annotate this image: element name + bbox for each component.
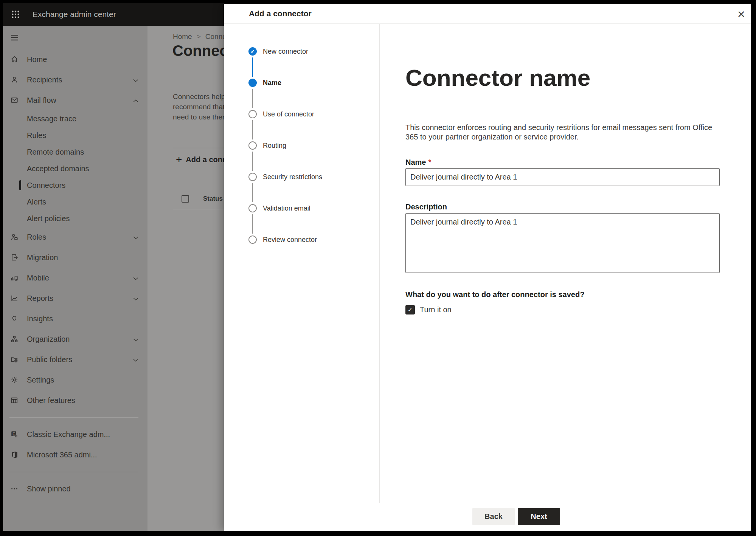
sidebar-item-other-features[interactable]: Other features — [3, 390, 147, 411]
chevron-down-icon — [132, 76, 138, 83]
sidebar-item-mail-flow[interactable]: Mail flow — [3, 90, 147, 110]
step-circle-icon: ✓ — [248, 110, 257, 118]
wizard-step-content: Connector name This connector enforces r… — [379, 24, 751, 503]
sidebar-item-microsoft-365-admi[interactable]: Microsoft 365 admi... — [3, 445, 147, 465]
add-connector-button[interactable]: + Add a conn — [176, 154, 227, 165]
ellipsis-icon — [10, 485, 19, 493]
exchange-admin-center-app: Exchange admin center Home Recipients Ma — [3, 3, 751, 531]
plus-icon: + — [176, 154, 182, 165]
organization-icon — [10, 335, 19, 343]
sidebar-item-divider — [3, 411, 147, 424]
step-circle-icon: ✓ — [248, 235, 257, 244]
next-button[interactable]: Next — [518, 508, 560, 525]
wizard-step-security-restrictions: ✓ Security restrictions — [248, 173, 322, 181]
panel-title: Add a connector — [249, 9, 312, 18]
sidebar-item-public-folders[interactable]: Public folders — [3, 349, 147, 370]
person-icon — [10, 76, 19, 84]
wizard-step-new-connector: ✓ New connector — [248, 47, 308, 56]
chevron-down-icon — [132, 336, 138, 342]
home-icon — [10, 55, 19, 64]
reports-icon — [10, 294, 19, 302]
page-intro-line: Connectors help — [173, 93, 225, 101]
step-heading: Connector name — [405, 65, 590, 90]
settings-icon — [10, 376, 19, 384]
page-intro-line: recommend that — [173, 103, 225, 111]
chevron-up-icon — [132, 97, 138, 104]
name-field-label: Name* — [405, 158, 431, 167]
status-column-header[interactable]: Status — [203, 195, 223, 203]
sidebar-item-alerts[interactable]: Alerts — [3, 194, 147, 210]
step-circle-icon: ✓ — [248, 173, 257, 181]
sidebar-item-show-pinned[interactable]: Show pinned — [3, 479, 147, 499]
connector-name-input[interactable] — [405, 168, 720, 186]
sidebar-item-divider — [3, 465, 147, 479]
breadcrumb: Home > Conne — [173, 33, 227, 41]
migration-icon — [10, 253, 19, 262]
description-field-label: Description — [405, 203, 447, 211]
required-asterisk: * — [428, 158, 431, 166]
wizard-step-use-of-connector: ✓ Use of connector — [248, 110, 314, 118]
chevron-down-icon — [132, 295, 138, 302]
back-button[interactable]: Back — [472, 508, 515, 525]
chevron-down-icon — [132, 234, 138, 240]
svg-text:E: E — [12, 432, 15, 436]
turn-on-row: ✓ Turn it on — [405, 305, 452, 314]
step-circle-icon: ✓ — [248, 79, 257, 87]
sidebar-item-migration[interactable]: Migration — [3, 247, 147, 268]
other-features-icon — [10, 396, 19, 404]
chevron-down-icon — [132, 274, 138, 281]
panel-header: Add a connector ✕ — [224, 4, 751, 24]
hamburger-menu-icon[interactable] — [3, 26, 147, 49]
breadcrumb-home[interactable]: Home — [173, 33, 192, 41]
mail-icon — [10, 96, 19, 104]
sidebar-item-classic-exchange-adm[interactable]: E Classic Exchange adm... — [3, 424, 147, 445]
wizard-step-review-connector: ✓ Review connector — [248, 235, 317, 244]
sidebar-item-home[interactable]: Home — [3, 49, 147, 70]
wizard-step-routing: ✓ Routing — [248, 141, 286, 150]
select-all-checkbox[interactable] — [182, 195, 189, 203]
wizard-step-name: ✓ Name — [248, 79, 281, 87]
chevron-down-icon — [132, 356, 138, 363]
step-circle-icon: ✓ — [248, 204, 257, 212]
roles-icon — [10, 233, 19, 241]
connector-description-textarea[interactable]: Deliver journal directly to Area 1 — [405, 213, 720, 273]
sidebar-nav: Home Recipients Mail flow Message trace — [3, 49, 147, 499]
sidebar-item-insights[interactable]: Insights — [3, 308, 147, 329]
public-folders-icon — [10, 355, 19, 364]
page-intro-line: need to use ther — [173, 113, 225, 121]
app-title: Exchange admin center — [33, 10, 116, 19]
turn-on-label: Turn it on — [420, 305, 452, 314]
mobile-icon — [10, 274, 19, 282]
insights-icon — [10, 314, 19, 323]
sidebar-item-alert-policies[interactable]: Alert policies — [3, 210, 147, 227]
sidebar-item-remote-domains[interactable]: Remote domains — [3, 144, 147, 160]
sidebar-item-accepted-domains[interactable]: Accepted domains — [3, 160, 147, 177]
sidebar-item-recipients[interactable]: Recipients — [3, 70, 147, 90]
close-icon[interactable]: ✕ — [734, 7, 749, 22]
turn-on-checkbox[interactable]: ✓ — [405, 305, 415, 314]
wizard-step-validation-email: ✓ Validation email — [248, 204, 310, 212]
sidebar-item-organization[interactable]: Organization — [3, 329, 147, 349]
app-launcher-icon[interactable] — [11, 9, 20, 19]
sidebar-item-settings[interactable]: Settings — [3, 370, 147, 390]
m365-icon — [10, 451, 19, 459]
sidebar-item-rules[interactable]: Rules — [3, 127, 147, 144]
step-circle-icon: ✓ — [248, 47, 257, 56]
sidebar-item-roles[interactable]: Roles — [3, 227, 147, 247]
sidebar-item-connectors[interactable]: Connectors — [3, 177, 147, 194]
sidebar-item-message-trace[interactable]: Message trace — [3, 110, 147, 127]
panel-footer: Back Next — [224, 503, 751, 531]
check-icon: ✓ — [250, 49, 255, 54]
wizard-steps: ✓ New connector ✓ Name ✓ Use of connecto… — [224, 24, 379, 503]
exchange-icon: E — [10, 430, 19, 438]
sidebar-item-mobile[interactable]: Mobile — [3, 268, 147, 288]
breadcrumb-current: Conne — [205, 33, 227, 41]
sidebar-item-reports[interactable]: Reports — [3, 288, 147, 308]
after-save-question: What do you want to do after connector i… — [405, 290, 584, 299]
sidebar: Home Recipients Mail flow Message trace — [3, 26, 147, 531]
breadcrumb-separator-icon: > — [197, 33, 201, 41]
add-connector-panel: Add a connector ✕ ✓ New connector ✓ — [224, 4, 751, 531]
step-circle-icon: ✓ — [248, 141, 257, 150]
check-icon: ✓ — [408, 307, 413, 313]
step-description: This connector enforces routing and secu… — [405, 123, 716, 142]
